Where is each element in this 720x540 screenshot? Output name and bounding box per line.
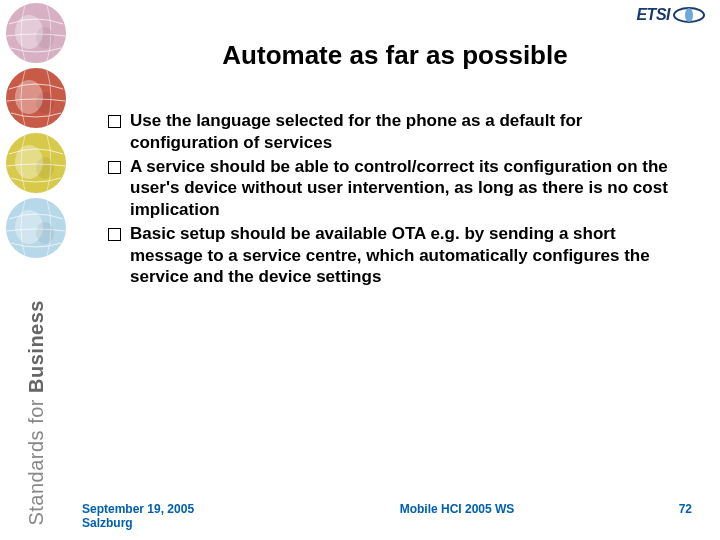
footer-date: September 19, 2005: [82, 502, 282, 516]
etsi-logo: ETSI: [636, 6, 706, 24]
globe-icon-4: [0, 195, 72, 260]
slide-body: Use the language selected for the phone …: [100, 110, 684, 470]
footer-event: Mobile HCI 2005 WS: [282, 502, 632, 516]
etsi-logo-text: ETSI: [636, 6, 670, 24]
slide-footer: September 19, 2005 Salzburg Mobile HCI 2…: [82, 502, 692, 530]
sidebar-label-standards: Standards: [25, 430, 47, 526]
bullet-item: Use the language selected for the phone …: [100, 110, 684, 154]
globe-icon-2: [0, 65, 72, 130]
sidebar-label-for: for: [25, 393, 47, 430]
sidebar: Standards for Business: [0, 0, 72, 540]
bullet-list: Use the language selected for the phone …: [100, 110, 684, 288]
bullet-item: A service should be able to control/corr…: [100, 156, 684, 221]
etsi-logo-swirl-icon: [672, 6, 706, 24]
sidebar-label-business: Business: [25, 300, 47, 393]
slide: Standards for Business ETSI Automate as …: [0, 0, 720, 540]
bullet-item: Basic setup should be available OTA e.g.…: [100, 223, 684, 288]
sidebar-vertical-brand: Standards for Business: [0, 260, 72, 540]
svg-point-1: [685, 8, 693, 22]
footer-page-number: 72: [632, 502, 692, 516]
globe-icon-3: [0, 130, 72, 195]
footer-left: September 19, 2005 Salzburg: [82, 502, 282, 530]
globe-icon-1: [0, 0, 72, 65]
footer-location: Salzburg: [82, 516, 282, 530]
slide-title: Automate as far as possible: [100, 40, 690, 71]
